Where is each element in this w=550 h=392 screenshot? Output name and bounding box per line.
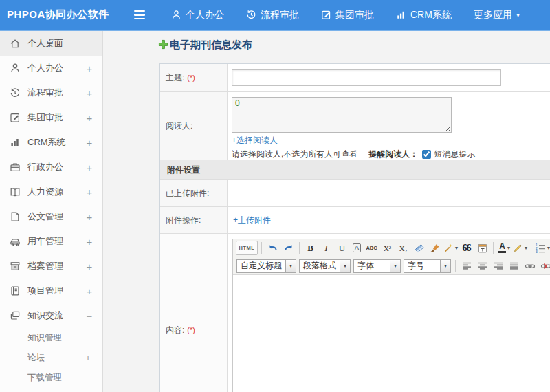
expand-icon[interactable]: + — [83, 353, 93, 363]
required-mark: (*) — [187, 74, 195, 82]
sidebar-subitem-forum[interactable]: 论坛 + — [0, 348, 102, 368]
sidebar-item-label: 个人桌面 — [28, 37, 85, 50]
sidebar-item-archive-management[interactable]: 档案管理 + — [0, 254, 102, 279]
unlink-icon[interactable] — [538, 259, 550, 273]
link-icon[interactable] — [522, 259, 537, 273]
align-right-icon[interactable] — [491, 259, 505, 273]
paste-text-icon[interactable] — [475, 241, 490, 255]
readers-textarea[interactable]: 0 — [232, 97, 452, 133]
expand-icon[interactable]: + — [85, 211, 94, 223]
sidebar-item-group-approval[interactable]: 集团审批 + — [0, 105, 102, 130]
source-code-button[interactable]: HTML — [236, 241, 258, 255]
form-row-content: 内容: (*) HTML B I U A A — [160, 234, 550, 392]
bold-button[interactable]: B — [303, 241, 318, 255]
format-brush-icon[interactable] — [428, 241, 442, 255]
nav-item-personal-office[interactable]: 个人办公 — [171, 9, 224, 21]
content-label: 内容: — [166, 325, 184, 336]
sidebar-item-vehicle-management[interactable]: 用车管理 + — [0, 229, 102, 254]
blockquote-button[interactable]: 66 — [459, 241, 474, 255]
font-color-letter: A — [499, 243, 505, 250]
highlight-color-icon[interactable]: ▾ — [513, 241, 527, 255]
remind-readers-label: 提醒阅读人： — [368, 149, 418, 160]
undo-icon[interactable] — [265, 241, 280, 255]
sidebar-item-crm[interactable]: CRM系统 + — [0, 130, 102, 155]
nav-item-workflow-approval[interactable]: 流程审批 — [246, 9, 299, 21]
paragraph-format-select[interactable]: 段落格式▾ — [299, 259, 351, 273]
sidebar-subitem-public-file-cabinet[interactable]: 公共文件柜 — [0, 388, 102, 392]
bar-chart-icon — [10, 137, 21, 148]
attachment-section-header: 附件设置 — [160, 160, 550, 180]
editor-toolbar-row2: 自定义标题▾ 段落格式▾ 字体▾ 字号▾ — [233, 257, 550, 275]
nav-label: 个人办公 — [186, 9, 224, 21]
expand-icon[interactable]: + — [85, 87, 94, 99]
sidebar-item-personal-desktop[interactable]: 个人桌面 — [0, 31, 102, 56]
superscript-button[interactable]: X² — [380, 241, 395, 255]
readers-input-cell: 0 +选择阅读人 请选择阅读人,不选为所有人可查看 提醒阅读人： 短消息提示 — [228, 92, 550, 160]
sidebar-item-human-resources[interactable]: 人力资源 + — [0, 179, 102, 204]
subject-input-cell — [228, 64, 550, 91]
uploaded-attachments-cell — [228, 180, 550, 206]
redo-icon[interactable] — [281, 241, 296, 255]
expand-icon[interactable]: + — [85, 285, 94, 297]
form-row-uploaded-attachments: 已上传附件: — [160, 180, 550, 207]
underline-button[interactable]: U — [335, 241, 349, 255]
sidebar-item-document-management[interactable]: 公文管理 + — [0, 204, 102, 229]
sms-notify-checkbox[interactable] — [422, 150, 431, 159]
select-readers-link[interactable]: +选择阅读人 — [232, 135, 278, 146]
align-center-icon[interactable] — [475, 259, 490, 273]
align-justify-icon[interactable] — [507, 259, 521, 273]
nav-item-group-approval[interactable]: 集团审批 — [321, 9, 374, 21]
nav-item-more-apps[interactable]: 更多应用 ▾ — [474, 9, 520, 21]
italic-button[interactable]: I — [319, 241, 333, 255]
sidebar-item-project-management[interactable]: 项目管理 + — [0, 279, 102, 303]
align-left-icon[interactable] — [459, 259, 474, 273]
upload-attachment-link[interactable]: +上传附件 — [233, 215, 271, 226]
readers-label: 阅读人: — [166, 120, 192, 132]
top-header: PHPOA协同办公软件 个人办公 流程审批 集团审批 CRM系统 更多应用 ▾ — [0, 0, 550, 31]
publish-form: 主题: (*) 阅读人: 0 +选择阅读人 请选择阅读人,不选为所有人可查看 提… — [160, 63, 550, 392]
toolbar-separator — [493, 242, 494, 254]
sidebar-subitem-knowledge-management[interactable]: 知识管理 — [0, 328, 102, 348]
subject-input[interactable] — [232, 69, 501, 86]
chevron-down-icon: ▾ — [507, 245, 510, 251]
expand-icon[interactable]: + — [85, 162, 94, 173]
expand-icon[interactable]: + — [85, 236, 94, 248]
expand-icon[interactable]: + — [85, 63, 94, 74]
expand-icon[interactable]: + — [85, 112, 94, 124]
collapse-icon[interactable]: − — [85, 310, 94, 322]
home-icon — [10, 38, 21, 49]
attachment-section-title: 附件设置 — [167, 164, 200, 176]
car-icon — [10, 236, 21, 247]
chevron-down-icon: ▾ — [525, 245, 527, 251]
sidebar-subitem-download-management[interactable]: 下载管理 — [0, 368, 102, 388]
sidebar-item-label: 个人办公 — [28, 62, 85, 74]
font-style-button[interactable]: A — [353, 243, 361, 252]
toolbar-separator — [531, 242, 531, 254]
expand-icon[interactable]: + — [85, 186, 94, 198]
font-family-select[interactable]: 字体▾ — [353, 259, 401, 273]
editor-content-area[interactable] — [233, 275, 550, 392]
custom-heading-select[interactable]: 自定义标题▾ — [236, 259, 296, 273]
form-row-readers: 阅读人: 0 +选择阅读人 请选择阅读人,不选为所有人可查看 提醒阅读人： 短消… — [160, 92, 550, 160]
font-color-button[interactable]: A▾ — [497, 241, 512, 255]
magic-format-icon[interactable]: ▾ — [443, 241, 458, 255]
hamburger-menu-icon[interactable] — [134, 10, 145, 20]
nav-item-crm[interactable]: CRM系统 — [396, 9, 452, 21]
sidebar-item-administration[interactable]: 行政办公 + — [0, 155, 102, 179]
sidebar-item-label: CRM系统 — [28, 136, 85, 149]
sidebar-item-workflow-approval[interactable]: 流程审批 + — [0, 80, 102, 105]
subscript-button[interactable]: X₂ — [396, 241, 410, 255]
eraser-icon[interactable] — [412, 241, 426, 255]
strikethrough-button[interactable]: ABC — [364, 241, 379, 255]
sidebar-item-personal-office[interactable]: 个人办公 + — [0, 56, 102, 80]
expand-icon[interactable]: + — [85, 137, 94, 149]
chevron-down-icon: ▾ — [390, 260, 400, 272]
font-size-select[interactable]: 字号▾ — [404, 259, 451, 273]
ordered-list-icon[interactable]: 123▾ — [535, 241, 550, 255]
sidebar-subitem-label: 下载管理 — [28, 372, 83, 384]
select-label: 段落格式 — [300, 260, 340, 272]
attachment-ops-label: 附件操作: — [166, 215, 201, 226]
chevron-down-icon: ▾ — [340, 260, 350, 272]
sidebar-item-knowledge-exchange[interactable]: 知识交流 − — [0, 303, 102, 328]
expand-icon[interactable]: + — [85, 261, 94, 272]
